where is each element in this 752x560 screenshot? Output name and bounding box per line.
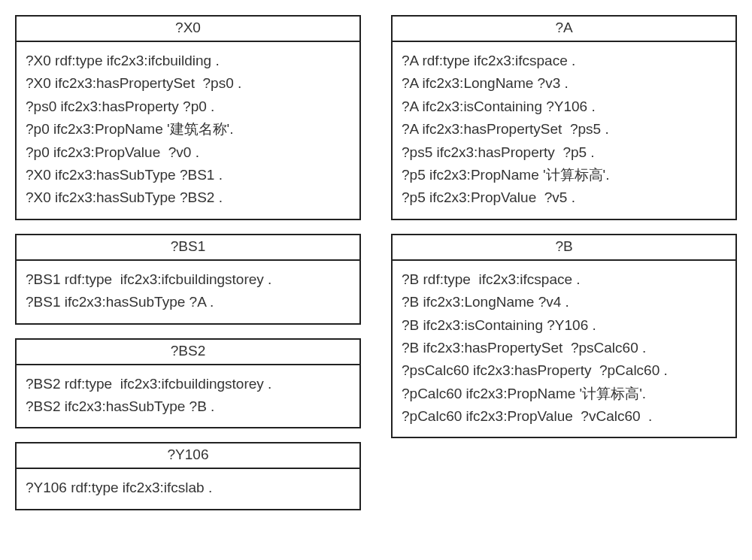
code-line: ?pCalc60 ifc2x3:PropName '计算标高'. — [402, 383, 726, 405]
code-line: ?p5 ifc2x3:PropValue ?v5 . — [402, 186, 726, 209]
code-line: ?A rdf:type ifc2x3:ifcspace . — [402, 50, 726, 72]
code-line: ?X0 ifc2x3:hasSubType ?BS1 . — [26, 164, 350, 186]
code-line: ?X0 ifc2x3:hasSubType ?BS2 . — [26, 186, 350, 209]
code-line: ?B ifc2x3:LongName ?v4 . — [402, 291, 726, 313]
code-line: ?A ifc2x3:hasPropertySet ?ps5 . — [402, 118, 726, 141]
box-y106-title: ?Y106 — [17, 443, 359, 469]
box-bs1-title: ?BS1 — [17, 235, 359, 261]
code-line: ?A ifc2x3:LongName ?v3 . — [402, 72, 726, 95]
code-line: ?X0 rdf:type ifc2x3:ifcbuilding . — [26, 50, 350, 72]
box-x0-body: ?X0 rdf:type ifc2x3:ifcbuilding . ?X0 if… — [17, 42, 359, 219]
code-line: ?B ifc2x3:hasPropertySet ?psCalc60 . — [402, 337, 726, 359]
box-bs2-title: ?BS2 — [17, 340, 359, 365]
code-line: ?BS2 rdf:type ifc2x3:ifcbuildingstorey . — [26, 373, 350, 395]
box-a-title: ?A — [393, 17, 735, 42]
box-y106: ?Y106 ?Y106 rdf:type ifc2x3:ifcslab . — [15, 442, 361, 510]
code-line: ?ps5 ifc2x3:hasProperty ?p5 . — [402, 141, 726, 164]
box-x0: ?X0 ?X0 rdf:type ifc2x3:ifcbuilding . ?X… — [15, 15, 361, 220]
box-b-title: ?B — [393, 235, 735, 261]
code-line: ?pCalc60 ifc2x3:PropValue ?vCalc60 . — [402, 405, 726, 428]
code-line: ?p5 ifc2x3:PropName '计算标高'. — [402, 164, 726, 186]
box-bs2-body: ?BS2 rdf:type ifc2x3:ifcbuildingstorey .… — [17, 365, 359, 428]
code-line: ?Y106 rdf:type ifc2x3:ifcslab . — [26, 477, 350, 499]
diagram-root: ?X0 ?X0 rdf:type ifc2x3:ifcbuilding . ?X… — [15, 15, 737, 510]
code-line: ?psCalc60 ifc2x3:hasProperty ?pCalc60 . — [402, 359, 726, 382]
code-line: ?B rdf:type ifc2x3:ifcspace . — [402, 268, 726, 291]
box-bs1-body: ?BS1 rdf:type ifc2x3:ifcbuildingstorey .… — [17, 261, 359, 323]
code-line: ?A ifc2x3:isContaining ?Y106 . — [402, 95, 726, 118]
box-b-body: ?B rdf:type ifc2x3:ifcspace . ?B ifc2x3:… — [393, 261, 735, 437]
box-bs2: ?BS2 ?BS2 rdf:type ifc2x3:ifcbuildingsto… — [15, 338, 361, 429]
code-line: ?BS2 ifc2x3:hasSubType ?B . — [26, 395, 350, 418]
code-line: ?BS1 rdf:type ifc2x3:ifcbuildingstorey . — [26, 268, 350, 291]
box-a-body: ?A rdf:type ifc2x3:ifcspace . ?A ifc2x3:… — [393, 42, 735, 219]
code-line: ?p0 ifc2x3:PropValue ?v0 . — [26, 141, 350, 164]
code-line: ?BS1 ifc2x3:hasSubType ?A . — [26, 291, 350, 313]
code-line: ?ps0 ifc2x3:hasProperty ?p0 . — [26, 95, 350, 118]
code-line: ?p0 ifc2x3:PropName '建筑名称'. — [26, 118, 350, 141]
box-y106-body: ?Y106 rdf:type ifc2x3:ifcslab . — [17, 469, 359, 508]
box-b: ?B ?B rdf:type ifc2x3:ifcspace . ?B ifc2… — [391, 234, 737, 439]
code-line: ?X0 ifc2x3:hasPropertySet ?ps0 . — [26, 72, 350, 95]
code-line: ?B ifc2x3:isContaining ?Y106 . — [402, 314, 726, 337]
box-bs1: ?BS1 ?BS1 rdf:type ifc2x3:ifcbuildingsto… — [15, 234, 361, 325]
box-a: ?A ?A rdf:type ifc2x3:ifcspace . ?A ifc2… — [391, 15, 737, 220]
right-column: ?A ?A rdf:type ifc2x3:ifcspace . ?A ifc2… — [391, 15, 737, 438]
box-x0-title: ?X0 — [17, 17, 359, 42]
left-column: ?X0 ?X0 rdf:type ifc2x3:ifcbuilding . ?X… — [15, 15, 361, 510]
